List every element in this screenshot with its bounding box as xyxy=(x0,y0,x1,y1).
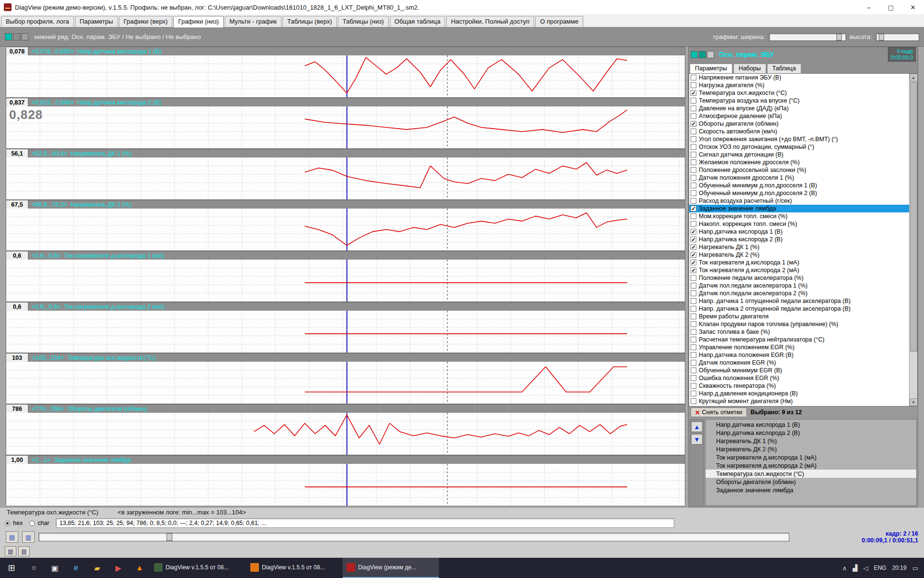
parameter-checkbox[interactable] xyxy=(691,391,696,396)
start-button[interactable]: ⊞ xyxy=(0,558,23,578)
frame-position-slider[interactable] xyxy=(38,533,789,541)
parameter-row[interactable]: Напр.д.давления кондиционера (В) xyxy=(689,390,909,397)
selected-parameter-row[interactable]: Ток нагревателя д.кислорода 2 (мА) xyxy=(706,461,916,470)
selected-parameter-row[interactable]: Нагреватель ДК 1 (%) xyxy=(706,437,916,445)
parameter-row[interactable]: Крутящий момент двигателя (Нм) xyxy=(689,397,909,405)
parameter-row[interactable]: Нагрузка двигателя (%) xyxy=(689,81,909,89)
move-down-button[interactable]: ▼ xyxy=(691,434,703,445)
selected-parameter-row[interactable]: Нагреватель ДК 2 (%) xyxy=(706,445,916,453)
graph-width-slider[interactable] xyxy=(769,33,846,41)
parameter-checkbox[interactable] xyxy=(691,98,696,104)
parameter-row[interactable]: Сигнал датчика детонации (В) xyxy=(689,151,909,158)
network-icon[interactable]: ▟ xyxy=(853,565,858,572)
parameter-row[interactable]: ✓Температура охл.жидкости (°С) xyxy=(689,89,909,97)
vlc-icon[interactable]: ▲ xyxy=(129,558,150,578)
parameter-row[interactable]: Время работы двигателя xyxy=(689,313,909,320)
parameter-checkbox[interactable] xyxy=(691,175,696,181)
main-tab[interactable]: Выбор профиля, лога xyxy=(1,16,74,27)
parameter-checkbox[interactable] xyxy=(691,321,696,327)
parameter-row[interactable]: Датчик пол.педали акселератора 2 (%) xyxy=(689,289,909,297)
parameter-row[interactable]: Положение дроссельной заслонки (%) xyxy=(689,166,909,174)
parameter-row[interactable]: Угол опережения зажигания (+до ВМТ, -п.В… xyxy=(689,135,909,143)
parameter-checkbox[interactable] xyxy=(691,306,696,312)
main-tab[interactable]: Настройки, Полный доступ xyxy=(446,16,534,27)
parameter-row[interactable]: ✓Ток нагревателя д.кислорода 2 (мА) xyxy=(689,266,909,274)
parameter-checkbox[interactable]: ✓ xyxy=(691,90,696,96)
parameter-row[interactable]: Датчик положения дросселя 1 (%) xyxy=(689,174,909,182)
main-tab[interactable]: Параметры xyxy=(75,16,118,27)
parameter-row[interactable]: Расход воздуха расчетный (г/сек) xyxy=(689,197,909,205)
parameter-checkbox[interactable] xyxy=(691,198,696,204)
parameter-row[interactable]: Скважность генератора (%) xyxy=(689,382,909,390)
parameter-checkbox[interactable] xyxy=(691,105,696,111)
char-radio-label[interactable]: char xyxy=(38,520,49,526)
main-tab[interactable]: Графики (верх) xyxy=(119,16,173,27)
selected-parameter-row[interactable]: Обороты двигателя (об/мин) xyxy=(706,478,916,486)
parameter-checkbox[interactable] xyxy=(691,337,696,342)
parameter-row[interactable]: ✓Напр.датчика кислорода 2 (В) xyxy=(689,236,909,243)
parameter-row[interactable]: Ошибка положения EGR (%) xyxy=(689,374,909,382)
parameter-row[interactable]: Напр.датчика положения EGR (В) xyxy=(689,351,909,359)
frame-position-thumb[interactable] xyxy=(167,533,172,541)
taskbar-window-button[interactable]: DiagView v.1.5.5 от 08... xyxy=(150,558,246,578)
graph-plot[interactable] xyxy=(6,260,685,302)
parameter-checkbox[interactable] xyxy=(691,159,696,165)
parameter-checkbox[interactable] xyxy=(691,398,696,404)
report-button[interactable]: ▨ xyxy=(18,546,30,556)
parameter-checkbox[interactable] xyxy=(691,283,696,289)
graph-plot[interactable] xyxy=(6,311,685,353)
panel-tab[interactable]: Параметры xyxy=(690,64,732,73)
scroll-up-icon[interactable]: ▲ xyxy=(910,74,918,81)
parameter-checkbox[interactable] xyxy=(691,75,696,80)
parameter-checkbox[interactable] xyxy=(691,213,696,219)
layout-square[interactable] xyxy=(699,51,706,58)
parameter-checkbox[interactable]: ✓ xyxy=(691,260,696,265)
notification-center-icon[interactable]: ▭ xyxy=(912,565,918,572)
parameter-checkbox[interactable] xyxy=(691,82,696,88)
parameter-checkbox[interactable] xyxy=(691,375,696,381)
scrollbar-thumb[interactable] xyxy=(910,82,917,352)
move-up-button[interactable]: ▲ xyxy=(691,421,703,432)
parameter-checkbox[interactable] xyxy=(691,144,696,150)
task-view-icon[interactable]: ▣ xyxy=(44,558,65,578)
parameter-checkbox[interactable] xyxy=(691,221,696,227)
parameter-row[interactable]: Обученный минимум д.пол.дросселя 1 (В) xyxy=(689,182,909,189)
selected-parameter-row[interactable]: Напр.датчика кислорода 1 (В) xyxy=(706,420,916,429)
selected-parameter-row[interactable]: Ток нагревателя д.кислорода 1 (мА) xyxy=(706,453,916,461)
parameter-checkbox[interactable]: ✓ xyxy=(691,267,696,273)
main-tab[interactable]: Таблицы (низ) xyxy=(338,16,389,27)
parameter-row[interactable]: Напряжение питания ЭБУ (В) xyxy=(689,74,909,81)
parameter-row[interactable]: Атмосферное давление (кПа) xyxy=(689,112,909,120)
parameter-checkbox[interactable] xyxy=(691,314,696,319)
snapshot-button[interactable]: ▧ xyxy=(5,546,16,556)
media-app-icon[interactable]: ▶ xyxy=(108,558,129,578)
parameter-checkbox[interactable] xyxy=(691,183,696,188)
parameter-row[interactable]: Напр. датчика 1 отпущенной педали акселе… xyxy=(689,297,909,305)
parameter-checkbox[interactable]: ✓ xyxy=(691,206,696,211)
parameter-row[interactable]: Клапан продувки паров топлива (управлени… xyxy=(689,320,909,328)
graph-plot[interactable] xyxy=(6,158,685,200)
parameter-checkbox[interactable] xyxy=(691,275,696,281)
close-button[interactable]: ✕ xyxy=(902,0,924,14)
search-icon[interactable]: ○ xyxy=(23,558,44,578)
layout-square[interactable] xyxy=(21,33,28,40)
parameter-row[interactable]: ✓Ток нагревателя д.кислорода 1 (мА) xyxy=(689,259,909,266)
main-tab[interactable]: Мульти - график xyxy=(225,16,282,27)
parameter-row[interactable]: Скорость автомобиля (км/ч) xyxy=(689,128,909,135)
parameter-row[interactable]: Отскок УОЗ по детонации, суммарный (°) xyxy=(689,143,909,151)
parameter-checkbox[interactable] xyxy=(691,360,696,366)
taskbar-window-button[interactable]: DiagView v.1.5.5 от 08... xyxy=(246,558,343,578)
layout-square[interactable] xyxy=(13,33,20,40)
parameter-row[interactable]: ✓Заданное значение лямбда xyxy=(689,205,909,212)
main-tab[interactable]: О программе xyxy=(535,16,583,27)
parameter-row[interactable]: Желаемое положение дросселя (%) xyxy=(689,158,909,166)
parameter-checkbox[interactable] xyxy=(691,368,696,373)
panel-tab[interactable]: Таблица xyxy=(767,64,801,73)
layout-square[interactable] xyxy=(707,51,714,58)
parameter-checkbox[interactable] xyxy=(691,136,696,142)
scroll-down-icon[interactable]: ▼ xyxy=(910,398,918,406)
parameter-row[interactable]: Напр. датчика 2 отпущенной педали акселе… xyxy=(689,305,909,313)
hex-radio[interactable] xyxy=(5,521,10,526)
parameter-row[interactable]: Давление на впуске (ДАД) (кПа) xyxy=(689,105,909,112)
parameter-checkbox[interactable]: ✓ xyxy=(691,229,696,235)
